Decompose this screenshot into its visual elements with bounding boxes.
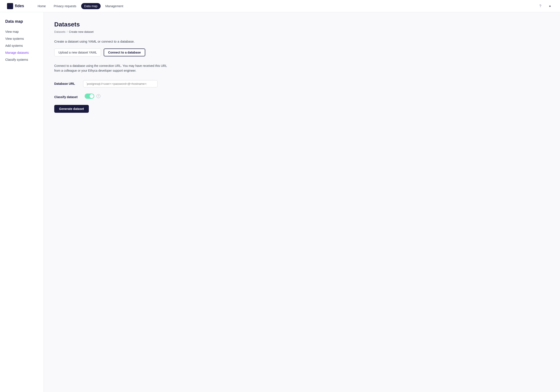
sidebar-item-manage-datasets[interactable]: Manage datasets xyxy=(0,49,43,56)
nav-links: Home Privacy requests Data map Managemen… xyxy=(35,3,530,9)
nav-right: ? ● xyxy=(537,3,553,9)
nav-home[interactable]: Home xyxy=(35,3,49,9)
upload-yaml-button[interactable]: Upload a new dataset YAML xyxy=(54,48,101,56)
classify-help-icon[interactable]: ? xyxy=(97,94,100,98)
logo-text: fides xyxy=(15,4,24,8)
user-button[interactable]: ● xyxy=(547,3,553,9)
top-nav: fides Home Privacy requests Data map Man… xyxy=(0,0,560,12)
classify-toggle[interactable] xyxy=(85,94,94,99)
action-buttons: Upload a new dataset YAML Connect to a d… xyxy=(54,48,550,56)
nav-data-map[interactable]: Data map xyxy=(81,3,101,9)
content-area: Datasets Datasets / Create new dataset C… xyxy=(44,12,560,392)
nav-privacy-requests[interactable]: Privacy requests xyxy=(50,3,79,9)
toggle-area: ? xyxy=(85,94,100,99)
breadcrumb-current: Create new dataset xyxy=(69,30,94,33)
database-url-row: Database URL xyxy=(54,80,550,87)
page-title: Datasets xyxy=(54,21,550,28)
generate-dataset-button[interactable]: Generate dataset xyxy=(54,105,89,113)
database-url-label: Database URL xyxy=(54,80,76,86)
database-url-input[interactable] xyxy=(83,80,158,87)
connect-description: Connect to a database using the connecti… xyxy=(54,63,168,73)
logo-icon xyxy=(7,3,13,9)
main-layout: Data map View map View systems Add syste… xyxy=(0,12,560,392)
classify-dataset-row: Classify dataset ? xyxy=(54,94,550,99)
help-button[interactable]: ? xyxy=(537,3,543,9)
sidebar-title: Data map xyxy=(0,19,43,28)
classify-dataset-label: Classify dataset xyxy=(54,94,78,99)
nav-management[interactable]: Management xyxy=(102,3,126,9)
sidebar-item-classify-systems[interactable]: Classify systems xyxy=(0,56,43,63)
logo-area: fides xyxy=(7,3,24,9)
breadcrumb: Datasets / Create new dataset xyxy=(54,30,550,33)
sidebar-nav: View map View systems Add systems Manage… xyxy=(0,28,43,63)
sidebar: Data map View map View systems Add syste… xyxy=(0,12,44,392)
toggle-thumb xyxy=(90,94,94,98)
sidebar-item-view-systems[interactable]: View systems xyxy=(0,35,43,42)
connect-database-button[interactable]: Connect to a database xyxy=(104,48,145,56)
toggle-track xyxy=(85,94,94,99)
breadcrumb-separator: / xyxy=(67,30,68,33)
sidebar-item-add-systems[interactable]: Add systems xyxy=(0,42,43,49)
sidebar-item-view-map[interactable]: View map xyxy=(0,28,43,35)
breadcrumb-parent[interactable]: Datasets xyxy=(54,30,65,33)
generate-button-container: Generate dataset xyxy=(54,105,550,113)
page-subtitle: Create a dataset using YAML or connect t… xyxy=(54,39,550,43)
